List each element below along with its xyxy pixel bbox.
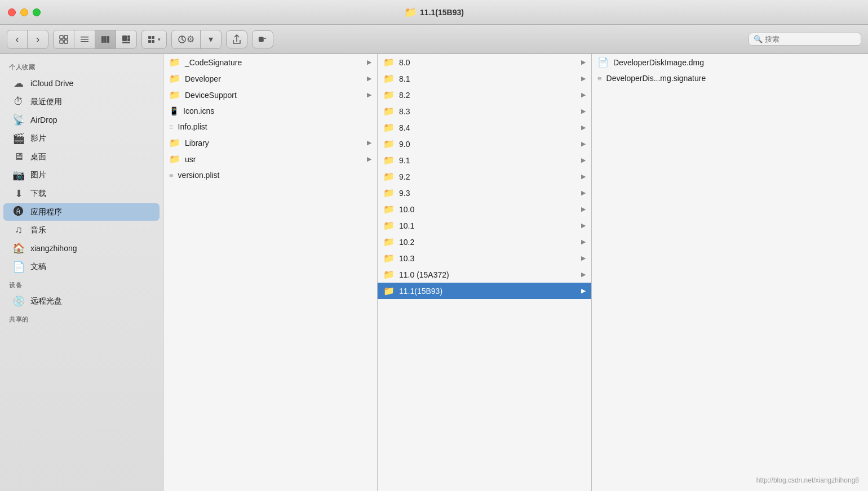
- sidebar-item-movies[interactable]: 🎬 影片: [3, 130, 160, 148]
- forward-button[interactable]: ›: [28, 30, 48, 48]
- browser-item-110[interactable]: 📁11.0 (15A372)▶: [378, 266, 591, 283]
- item-name: 8.2: [399, 91, 577, 100]
- file-text-icon: ≡: [597, 74, 602, 83]
- sidebar-label-airdrop: AirDrop: [30, 115, 57, 124]
- item-arrow: ▶: [581, 271, 586, 278]
- browser-column-col1: 📁_CodeSignature▶📁Developer▶📁DeviceSuppor…: [163, 54, 378, 491]
- titlebar: 📁 11.1(15B93): [0, 0, 868, 25]
- browser-item-devdiskimage[interactable]: 📄DeveloperDiskImage.dmg: [592, 54, 868, 70]
- svg-rect-15: [152, 36, 154, 39]
- close-button[interactable]: [8, 8, 16, 16]
- search-bar: 🔍: [749, 33, 861, 46]
- sidebar-label-home: xiangzhihong: [30, 244, 77, 253]
- browser-item-91[interactable]: 📁9.1▶: [378, 152, 591, 168]
- browser-item-icon-icns[interactable]: 📱Icon.icns: [163, 103, 377, 119]
- browser-item-100[interactable]: 📁10.0▶: [378, 201, 591, 217]
- item-arrow: ▶: [581, 238, 586, 246]
- browser-item-82[interactable]: 📁8.2▶: [378, 87, 591, 103]
- maximize-button[interactable]: [33, 8, 41, 16]
- browser-item-devicesupport[interactable]: 📁DeviceSupport▶: [163, 87, 377, 103]
- item-name: Icon.icns: [183, 106, 371, 115]
- view-icon-button[interactable]: [54, 30, 74, 48]
- item-arrow: ▶: [367, 155, 371, 163]
- browser-item-81[interactable]: 📁8.1▶: [378, 70, 591, 87]
- svg-rect-14: [148, 36, 151, 39]
- browser-item-usr[interactable]: 📁usr▶: [163, 151, 377, 167]
- view-list-button[interactable]: [74, 30, 95, 48]
- sidebar-item-icloud-drive[interactable]: ☁ iCloud Drive: [3, 74, 160, 92]
- sidebar-item-home[interactable]: 🏠 xiangzhihong: [3, 239, 160, 257]
- item-arrow: ▶: [581, 124, 586, 131]
- browser-item-93[interactable]: 📁9.3▶: [378, 185, 591, 201]
- sidebar-icon-music: ♫: [12, 224, 25, 236]
- browser-item-92[interactable]: 📁9.2▶: [378, 168, 591, 185]
- sidebar-item-recents[interactable]: ⏱ 最近使用: [3, 93, 160, 110]
- action-dropdown-button[interactable]: ▾: [201, 30, 221, 48]
- svg-rect-3: [64, 40, 68, 43]
- folder-icon: 📁: [383, 171, 395, 182]
- window-title: 📁 11.1(15B93): [404, 6, 464, 19]
- browser-item-84[interactable]: 📁8.4▶: [378, 119, 591, 136]
- search-input[interactable]: [765, 35, 856, 43]
- svg-rect-9: [107, 36, 109, 43]
- sidebar-item-photos[interactable]: 📷 图片: [3, 166, 160, 184]
- folder-icon: 📁: [169, 154, 180, 164]
- browser-item-info-plist[interactable]: ≡Info.plist: [163, 119, 377, 135]
- sidebar-item-airdrop[interactable]: 📡 AirDrop: [3, 111, 160, 129]
- main-content: 个人收藏 ☁ iCloud Drive ⏱ 最近使用 📡 AirDrop 🎬 影…: [0, 54, 868, 491]
- item-name: 10.0: [399, 205, 577, 214]
- share-button[interactable]: [226, 30, 247, 48]
- item-name: 8.3: [399, 107, 577, 116]
- toolbar: ‹ ›: [0, 25, 868, 54]
- sidebar-icon-airdrop: 📡: [12, 114, 25, 126]
- folder-icon: 📁: [383, 253, 395, 264]
- sidebar-item-documents[interactable]: 📄 文稿: [3, 258, 160, 276]
- view-column-button[interactable]: [95, 30, 116, 48]
- folder-icon: 📁: [383, 220, 395, 231]
- tag-button[interactable]: [252, 30, 273, 48]
- svg-rect-10: [122, 35, 127, 41]
- sidebar-icon-desktop: 🖥: [12, 151, 25, 163]
- svg-rect-1: [64, 35, 68, 39]
- item-arrow: ▶: [367, 75, 371, 82]
- svg-rect-6: [81, 41, 88, 42]
- item-name: DeveloperDiskImage.dmg: [613, 58, 862, 67]
- item-arrow: ▶: [367, 139, 371, 146]
- sidebar-item-applications[interactable]: 🅐 应用程序: [3, 203, 160, 221]
- svg-rect-12: [127, 38, 130, 41]
- browser-item-90[interactable]: 📁9.0▶: [378, 136, 591, 152]
- browser-item-developer[interactable]: 📁Developer▶: [163, 70, 377, 87]
- browser-item-library[interactable]: 📁Library▶: [163, 135, 377, 151]
- item-name: usr: [185, 155, 362, 164]
- sidebar-item-remote-disc[interactable]: 💿 远程光盘: [3, 292, 160, 310]
- action-button[interactable]: ⚙: [172, 30, 201, 48]
- sidebar-icon-photos: 📷: [12, 169, 25, 181]
- sidebar-item-downloads[interactable]: ⬇ 下载: [3, 185, 160, 203]
- item-name: 10.3: [399, 254, 577, 263]
- browser-item-111[interactable]: 📁11.1(15B93)▶: [378, 283, 591, 299]
- back-button[interactable]: ‹: [7, 30, 28, 48]
- item-name: 10.2: [399, 238, 577, 247]
- browser-item-codesignature[interactable]: 📁_CodeSignature▶: [163, 54, 377, 70]
- sidebar-item-desktop[interactable]: 🖥 桌面: [3, 148, 160, 166]
- item-name: version.plist: [178, 171, 371, 180]
- browser-item-102[interactable]: 📁10.2▶: [378, 234, 591, 250]
- folder-icon: 📁: [383, 139, 395, 149]
- group-button-group: ▾: [141, 30, 167, 49]
- browser-item-101[interactable]: 📁10.1▶: [378, 217, 591, 234]
- view-gallery-button[interactable]: [116, 30, 136, 48]
- minimize-button[interactable]: [20, 8, 28, 16]
- browser-item-103[interactable]: 📁10.3▶: [378, 250, 591, 266]
- item-arrow: ▶: [581, 108, 586, 115]
- browser-area: 📁_CodeSignature▶📁Developer▶📁DeviceSuppor…: [163, 54, 868, 491]
- browser-item-83[interactable]: 📁8.3▶: [378, 103, 591, 119]
- svg-rect-5: [81, 39, 88, 40]
- title-text: 11.1(15B93): [420, 8, 464, 17]
- sidebar-icon-home: 🏠: [12, 242, 25, 255]
- browser-item-80[interactable]: 📁8.0▶: [378, 54, 591, 70]
- browser-item-devdiskimage-sig[interactable]: ≡DeveloperDis...mg.signature: [592, 70, 868, 86]
- sidebar-item-music[interactable]: ♫ 音乐: [3, 221, 160, 239]
- folder-icon: 📁: [169, 57, 180, 68]
- group-button[interactable]: ▾: [142, 30, 166, 48]
- browser-item-version-plist[interactable]: ≡version.plist: [163, 167, 377, 183]
